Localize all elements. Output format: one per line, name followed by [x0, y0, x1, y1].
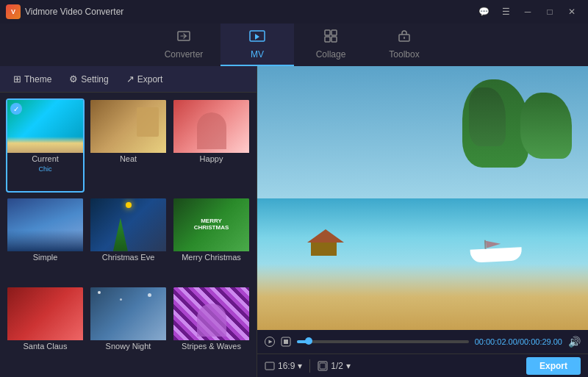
theme-snowy-night-label: Snowy Night [90, 340, 166, 353]
tab-converter-label: Converter [165, 49, 204, 60]
collage-icon [323, 29, 338, 47]
theme-merry-christmas-label: Merry Christmas [173, 251, 249, 264]
panel-toolbar: ⊞ Theme ⚙ Setting ↗ Export [0, 66, 257, 93]
svg-rect-5 [331, 37, 337, 42]
volume-button[interactable]: 🔊 [568, 336, 581, 348]
theme-santa-claus-label: Santa Claus [7, 340, 83, 353]
export-label: Export [137, 74, 163, 85]
setting-label: Setting [81, 74, 108, 85]
app-title: Vidmore Video Converter [25, 7, 123, 17]
theme-happy[interactable]: Happy [172, 98, 251, 193]
progress-bar[interactable] [297, 340, 469, 343]
svg-rect-2 [325, 30, 330, 35]
video-controls: 00:00:02.00/00:00:29.00 🔊 [257, 330, 588, 353]
main-content: ⊞ Theme ⚙ Setting ↗ Export ✓ Current [0, 66, 588, 377]
theme-grid: ✓ Current Chic Neat Happy [0, 93, 257, 377]
tab-mv-label: MV [251, 49, 264, 60]
export-tab-button[interactable]: ↗ Export [119, 71, 171, 87]
chic-label: Chic [7, 165, 83, 174]
close-button[interactable]: ✕ [562, 4, 582, 19]
titlebar: V Vidmore Video Converter 💬 ☰ ─ □ ✕ [0, 0, 588, 24]
theme-merry-christmas[interactable]: MERRYCHRISTMAS Merry Christmas [172, 197, 251, 282]
theme-tab-button[interactable]: ⊞ Theme [6, 71, 59, 87]
theme-christmas-eve-label: Christmas Eve [90, 251, 166, 264]
tab-toolbox-label: Toolbox [389, 49, 419, 60]
page-chevron: ▾ [346, 361, 351, 371]
theme-label: Theme [24, 74, 51, 85]
tab-collage-label: Collage [316, 49, 346, 60]
ratio-label: 16:9 [278, 361, 295, 371]
page-label: 1/2 [331, 361, 343, 371]
minimize-button[interactable]: ─ [517, 4, 538, 19]
time-display: 00:00:02.00/00:00:29.00 [475, 337, 562, 346]
theme-simple[interactable]: Simple [6, 197, 85, 282]
titlebar-controls: 💬 ☰ ─ □ ✕ [473, 4, 582, 19]
theme-christmas-eve[interactable]: Christmas Eve [89, 197, 168, 282]
theme-neat-label: Neat [90, 153, 166, 165]
current-time: 00:00:02.00 [475, 337, 517, 346]
toolbox-icon [397, 29, 412, 47]
setting-tab-button[interactable]: ⚙ Setting [62, 71, 115, 87]
tab-toolbox[interactable]: Toolbox [368, 24, 441, 66]
svg-rect-10 [284, 340, 288, 344]
theme-santa-claus[interactable]: Santa Claus [6, 286, 85, 371]
theme-simple-label: Simple [7, 251, 83, 264]
tab-collage[interactable]: Collage [294, 24, 368, 66]
svg-rect-13 [320, 363, 326, 369]
ratio-selector[interactable]: 16:9 ▾ [265, 361, 302, 371]
titlebar-left: V Vidmore Video Converter [6, 4, 123, 19]
svg-rect-3 [331, 30, 337, 35]
theme-happy-label: Happy [173, 153, 249, 165]
left-panel: ⊞ Theme ⚙ Setting ↗ Export ✓ Current [0, 66, 257, 377]
theme-snowy-night[interactable]: Snowy Night [89, 286, 168, 371]
theme-stripes-waves-label: Stripes & Waves [173, 340, 249, 353]
mv-icon [249, 29, 265, 47]
tab-converter[interactable]: Converter [147, 24, 220, 66]
svg-rect-11 [265, 362, 274, 370]
setting-icon: ⚙ [69, 73, 78, 85]
svg-rect-4 [325, 37, 330, 42]
tab-mv[interactable]: MV [220, 24, 294, 66]
theme-stripes-waves[interactable]: Stripes & Waves [172, 286, 251, 371]
divider-vertical [309, 359, 310, 373]
ratio-chevron: ▾ [298, 361, 302, 371]
bottom-bar: 16:9 ▾ 1/2 ▾ Export [257, 353, 588, 377]
export-icon: ↗ [126, 73, 135, 85]
app-logo: V [6, 4, 21, 19]
theme-icon: ⊞ [13, 73, 21, 85]
page-indicator[interactable]: 1/2 ▾ [318, 361, 351, 371]
theme-neat[interactable]: Neat [89, 98, 168, 193]
total-time: 00:00:29.00 [520, 337, 562, 346]
theme-current-label: Current [7, 153, 83, 165]
chat-button[interactable]: 💬 [473, 4, 494, 19]
maximize-button[interactable]: □ [539, 4, 560, 19]
preview-area [257, 66, 588, 330]
menu-button[interactable]: ☰ [495, 4, 516, 19]
tab-bar: Converter MV Collage [0, 24, 588, 66]
converter-icon [176, 29, 191, 47]
right-panel: 00:00:02.00/00:00:29.00 🔊 16:9 ▾ 1/2 ▾ E… [257, 66, 588, 377]
export-button[interactable]: Export [526, 357, 581, 375]
theme-current[interactable]: ✓ Current Chic [6, 98, 85, 193]
play-button[interactable] [265, 337, 275, 347]
theme-check-current: ✓ [10, 103, 22, 115]
stop-button[interactable] [281, 337, 291, 347]
progress-dot [305, 337, 312, 345]
